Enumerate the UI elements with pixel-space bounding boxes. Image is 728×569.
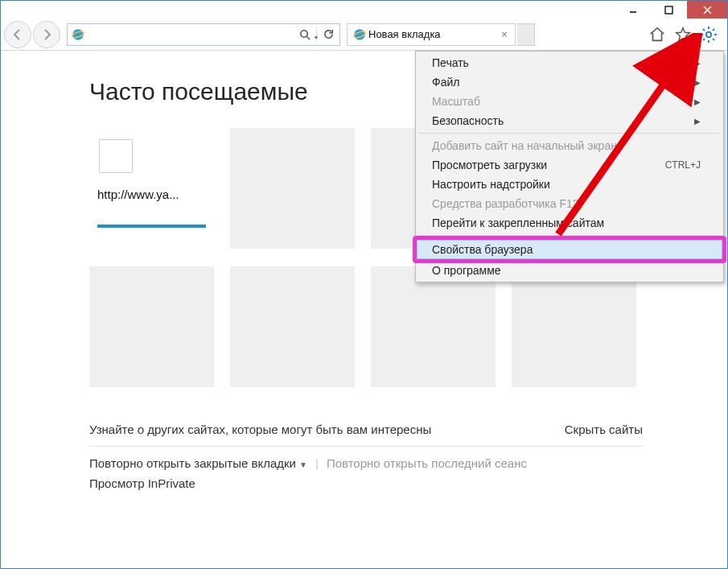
- menu-item-file[interactable]: Файл▶: [417, 72, 722, 92]
- window-maximize-button[interactable]: [651, 1, 687, 19]
- menu-label: Масштаб: [432, 95, 480, 108]
- menu-label: О программе: [432, 264, 501, 277]
- tools-gear-icon[interactable]: [698, 24, 719, 45]
- site-url-label: http://www.ya...: [97, 188, 206, 201]
- svg-line-15: [703, 28, 705, 30]
- ie-logo-icon: [351, 27, 368, 42]
- svg-point-8: [354, 29, 365, 40]
- dropdown-caret-icon[interactable]: ▼: [299, 460, 307, 469]
- footer-links: Узнайте о других сайтах, которые могут б…: [89, 416, 643, 497]
- window-close-button[interactable]: [687, 1, 727, 19]
- site-tile-empty[interactable]: [230, 128, 355, 249]
- refresh-icon[interactable]: [317, 24, 339, 45]
- menu-item-zoom[interactable]: Масштаб▶: [417, 92, 722, 111]
- site-tile-empty[interactable]: [230, 266, 355, 387]
- address-bar[interactable]: [67, 23, 340, 46]
- menu-label: Файл: [432, 76, 459, 89]
- svg-line-17: [703, 39, 705, 40]
- forward-button[interactable]: [33, 21, 60, 48]
- search-icon[interactable]: [294, 24, 316, 45]
- menu-separator: [419, 133, 720, 134]
- divider: |: [315, 456, 319, 470]
- menu-label: Безопасность: [432, 114, 504, 127]
- menu-label: Свойства браузера: [432, 243, 533, 256]
- menu-item-print[interactable]: Печать▶: [417, 53, 722, 72]
- svg-line-7: [306, 36, 310, 39]
- annotation-highlight: Свойства браузера: [413, 236, 726, 263]
- tab-title: Новая вкладка: [368, 28, 497, 40]
- hide-sites-link[interactable]: Скрыть сайты: [565, 423, 643, 436]
- window-minimize-button[interactable]: [615, 1, 651, 19]
- inprivate-link[interactable]: Просмотр InPrivate: [89, 476, 195, 490]
- menu-item-manage-addons[interactable]: Настроить надстройки: [417, 175, 722, 194]
- reopen-closed-tabs-link[interactable]: Повторно открыть закрытые вкладки: [89, 456, 296, 470]
- menu-label: Печать: [432, 56, 469, 69]
- menu-label: Перейти к закрепленным сайтам: [432, 216, 604, 229]
- menu-label: Добавить сайт на начальный экран: [432, 139, 617, 152]
- toolbar-right-icons: [647, 24, 724, 45]
- svg-line-18: [713, 28, 714, 30]
- submenu-arrow-icon: ▶: [694, 97, 701, 106]
- favorites-star-icon[interactable]: [672, 24, 693, 45]
- reopen-last-session-link: Повторно открыть последний сеанс: [327, 456, 527, 470]
- svg-line-16: [713, 39, 714, 40]
- site-tile-empty[interactable]: [512, 266, 636, 387]
- ie-logo-icon: [68, 27, 88, 42]
- menu-label: Средства разработчика F12: [432, 197, 579, 210]
- menu-item-about[interactable]: О программе: [417, 261, 722, 280]
- menu-item-pinned-sites[interactable]: Перейти к закрепленным сайтам: [417, 213, 722, 233]
- tools-menu: Печать▶ Файл▶ Масштаб▶ Безопасность▶ Доб…: [415, 51, 724, 282]
- browser-tab[interactable]: Новая вкладка ×: [347, 23, 516, 46]
- svg-point-10: [706, 31, 711, 36]
- svg-point-6: [301, 30, 307, 36]
- new-tab-button[interactable]: [517, 23, 535, 46]
- menu-item-downloads[interactable]: Просмотреть загрузки CTRL+J: [417, 155, 722, 175]
- menu-item-safety[interactable]: Безопасность▶: [417, 111, 722, 130]
- menu-shortcut: CTRL+J: [665, 159, 701, 171]
- svg-point-4: [72, 29, 84, 40]
- divider: [89, 446, 643, 447]
- menu-item-internet-options[interactable]: Свойства браузера: [417, 240, 722, 259]
- discover-sites-link[interactable]: Узнайте о других сайтах, которые могут б…: [89, 423, 431, 436]
- svg-rect-1: [665, 6, 672, 14]
- home-icon[interactable]: [647, 24, 668, 45]
- browser-toolbar: Новая вкладка ×: [1, 19, 727, 51]
- menu-label: Настроить надстройки: [432, 178, 550, 191]
- site-accent-bar: [97, 225, 206, 228]
- window-titlebar: [1, 1, 727, 19]
- back-button[interactable]: [4, 21, 31, 48]
- submenu-arrow-icon: ▶: [694, 117, 701, 126]
- submenu-arrow-icon: ▶: [694, 59, 701, 68]
- tab-close-button[interactable]: ×: [497, 28, 512, 40]
- menu-item-devtools[interactable]: Средства разработчика F12: [417, 194, 722, 213]
- address-input[interactable]: [88, 24, 294, 45]
- site-thumbnail: [99, 139, 133, 173]
- menu-label: Просмотреть загрузки: [432, 159, 547, 171]
- submenu-arrow-icon: ▶: [694, 78, 701, 87]
- site-tile-empty[interactable]: [371, 266, 496, 387]
- site-tile-empty[interactable]: [89, 266, 214, 387]
- site-tile[interactable]: http://www.ya...: [89, 128, 214, 249]
- menu-item-add-to-start[interactable]: Добавить сайт на начальный экран: [417, 136, 722, 155]
